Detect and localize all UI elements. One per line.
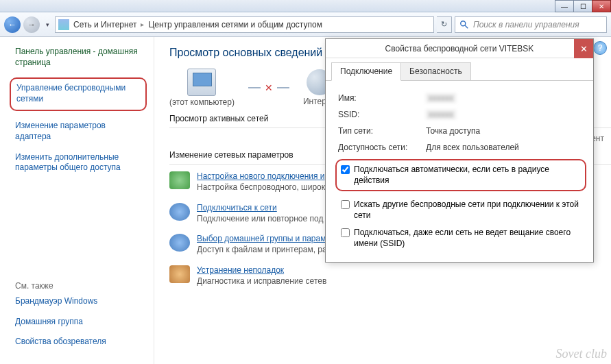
svg-line-1 [465, 25, 468, 27]
connect-hidden-input[interactable] [341, 228, 350, 237]
availability-label: Доступность сети: [338, 143, 426, 152]
window-titlebar: — ☐ ✕ [0, 0, 611, 12]
history-dropdown[interactable]: ▾ [43, 20, 52, 29]
field-availability: Доступность сети: Для всех пользователей [338, 143, 586, 152]
breadcrumb[interactable]: Сеть и Интернет ▸ Центр управления сетям… [55, 16, 434, 33]
control-panel-home-link[interactable]: Панель управления - домашняя страница [15, 47, 143, 68]
field-name: Имя: xxxxxx [338, 93, 586, 103]
back-button[interactable]: ← [4, 16, 21, 33]
svg-point-0 [461, 21, 466, 25]
search-input[interactable]: Поиск в панели управления [455, 16, 607, 33]
breadcrumb-seg2[interactable]: Центр управления сетями и общим доступом [148, 20, 322, 29]
homegroup-icon [169, 234, 190, 252]
troubleshoot-icon [169, 265, 190, 283]
nettype-label: Тип сети: [338, 126, 426, 136]
connection-broken: ✕ [248, 82, 289, 93]
dialog-close-button[interactable]: ✕ [574, 39, 593, 58]
minimize-button[interactable]: — [555, 0, 574, 12]
dialog-title: Свойства беспроводной сети VITEBSK ✕ [326, 39, 593, 58]
control-panel-icon [58, 19, 69, 30]
cross-icon: ✕ [265, 82, 273, 93]
sidebar-wireless-manage-link[interactable]: Управление беспроводными сетями [10, 77, 147, 111]
availability-value: Для всех пользователей [426, 143, 519, 152]
maximize-button[interactable]: ☐ [573, 0, 592, 12]
search-icon [459, 20, 469, 29]
computer-icon [187, 69, 216, 96]
ssid-label: SSID: [338, 110, 426, 119]
close-button[interactable]: ✕ [592, 0, 611, 12]
sidebar-adapter-settings-link[interactable]: Изменение параметров адаптера [15, 121, 143, 142]
see-also-label: См. также [15, 281, 143, 291]
dialog-body: Имя: xxxxxx SSID: xxxxxx Тип сети: Точка… [326, 81, 593, 262]
nettype-value: Точка доступа [426, 126, 480, 136]
address-bar: ← → ▾ Сеть и Интернет ▸ Центр управления… [0, 12, 611, 37]
dialog-tabs: Подключение Безопасность [326, 58, 593, 81]
option-troubleshoot[interactable]: Устранение неполадок Диагностика и испра… [169, 265, 611, 287]
option-title[interactable]: Устранение неполадок [197, 265, 326, 275]
refresh-button[interactable]: ↻ [437, 16, 452, 33]
auto-connect-input[interactable] [341, 165, 350, 174]
help-icon[interactable]: ? [593, 41, 607, 55]
connect-hidden-checkbox[interactable]: Подключаться, даже если сеть не ведет ве… [338, 226, 586, 250]
ssid-value: xxxxxx [426, 110, 456, 119]
wireless-properties-dialog: Свойства беспроводной сети VITEBSK ✕ Под… [325, 38, 594, 263]
new-connection-icon [169, 171, 190, 189]
this-computer-node: (этот компьютер) [169, 69, 235, 107]
search-other-checkbox[interactable]: Искать другие беспроводные сети при подк… [338, 198, 586, 222]
tab-security[interactable]: Безопасность [400, 62, 471, 80]
field-nettype: Тип сети: Точка доступа [338, 126, 586, 136]
auto-connect-label: Подключаться автоматически, если сеть в … [354, 165, 581, 186]
breadcrumb-seg1[interactable]: Сеть и Интернет [73, 20, 136, 29]
search-placeholder: Поиск в панели управления [473, 20, 579, 29]
sidebar: Панель управления - домашняя страница Уп… [0, 37, 154, 364]
search-other-label: Искать другие беспроводные сети при подк… [354, 199, 584, 221]
search-other-input[interactable] [341, 200, 350, 209]
window-buttons: — ☐ ✕ [555, 0, 611, 12]
name-label: Имя: [338, 93, 426, 103]
tab-connection[interactable]: Подключение [331, 62, 401, 81]
auto-connect-checkbox[interactable]: Подключаться автоматически, если сеть в … [335, 159, 586, 191]
field-ssid: SSID: xxxxxx [338, 110, 586, 119]
dialog-title-text: Свойства беспроводной сети VITEBSK [385, 44, 534, 53]
sidebar-internet-options-link[interactable]: Свойства обозревателя [15, 337, 143, 348]
option-desc: Диагностика и исправление сетев [197, 276, 326, 287]
sidebar-homegroup-link[interactable]: Домашняя группа [15, 317, 143, 328]
name-value: xxxxxx [426, 93, 456, 103]
connect-hidden-label: Подключаться, даже если сеть не ведет ве… [354, 228, 584, 249]
sidebar-advanced-sharing-link[interactable]: Изменить дополнительные параметры общего… [15, 152, 143, 173]
checkboxes: Подключаться автоматически, если сеть в … [338, 159, 586, 251]
this-computer-label: (этот компьютер) [169, 97, 235, 107]
connect-network-icon [169, 203, 190, 221]
sidebar-firewall-link[interactable]: Брандмауэр Windows [15, 296, 143, 307]
breadcrumb-sep: ▸ [141, 21, 144, 28]
forward-button[interactable]: → [23, 16, 40, 33]
